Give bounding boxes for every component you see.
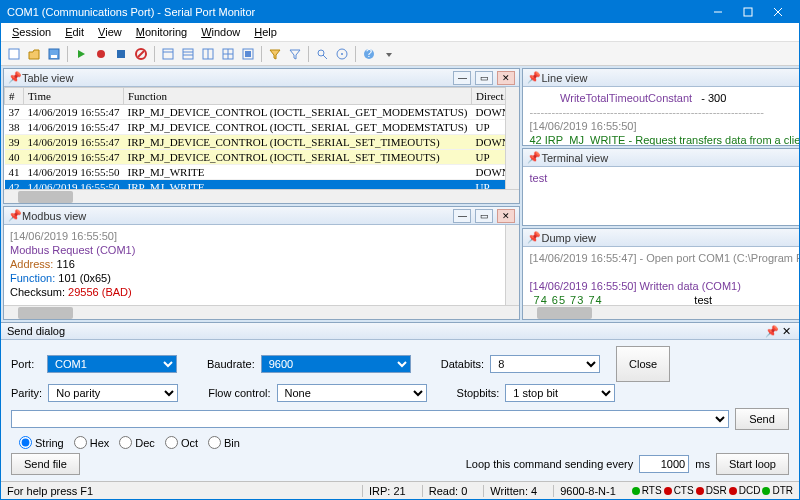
- play-icon[interactable]: [72, 45, 90, 63]
- record-icon[interactable]: [92, 45, 110, 63]
- svg-marker-7: [78, 50, 85, 58]
- menu-help[interactable]: Help: [247, 24, 284, 40]
- stop-icon[interactable]: [112, 45, 130, 63]
- pane-table-view: 📌 Table view — ▭ ✕ # Time Function Direc…: [3, 68, 520, 204]
- help-icon[interactable]: ?: [360, 45, 378, 63]
- pane-close-icon[interactable]: ✕: [497, 209, 515, 223]
- new-session-icon[interactable]: [5, 45, 23, 63]
- pane-title: Terminal view: [541, 152, 800, 164]
- svg-rect-1: [744, 8, 752, 16]
- packet-table[interactable]: # Time Function Direct… 3714/06/2019 16:…: [4, 87, 519, 189]
- save-icon[interactable]: [45, 45, 63, 63]
- svg-rect-4: [9, 49, 19, 59]
- parity-select[interactable]: No parity: [48, 384, 178, 402]
- menubar: Session Edit View Monitoring Window Help: [1, 23, 799, 42]
- svg-line-11: [138, 51, 144, 57]
- toolbar: ?: [1, 42, 799, 66]
- minimize-button[interactable]: [703, 1, 733, 23]
- loop-unit: ms: [695, 458, 710, 470]
- scrollbar-h[interactable]: [4, 189, 519, 203]
- close-button[interactable]: Close: [616, 346, 670, 382]
- view1-icon[interactable]: [159, 45, 177, 63]
- dump-content: [14/06/2019 16:55:47] - Open port COM1 (…: [523, 247, 800, 305]
- fmt-oct[interactable]: Oct: [165, 436, 198, 449]
- menu-edit[interactable]: Edit: [58, 24, 91, 40]
- start-loop-button[interactable]: Start loop: [716, 453, 789, 475]
- close-button[interactable]: [763, 1, 793, 23]
- statusbar: For help press F1 IRP: 21 Read: 0 Writte…: [1, 481, 799, 499]
- fmt-dec[interactable]: Dec: [119, 436, 155, 449]
- pin-icon[interactable]: 📌: [8, 71, 18, 84]
- scrollbar-h[interactable]: [4, 305, 519, 319]
- loop-interval-input[interactable]: [639, 455, 689, 473]
- baud-label: Baudrate:: [207, 358, 255, 370]
- port-select[interactable]: COM1: [47, 355, 177, 373]
- pin-icon[interactable]: 📌: [527, 71, 537, 84]
- pane-min-icon[interactable]: —: [453, 209, 471, 223]
- send-file-button[interactable]: Send file: [11, 453, 80, 475]
- table-row[interactable]: 4114/06/2019 16:55:50IRP_MJ_WRITEDOWN: [5, 165, 519, 180]
- table-row[interactable]: 4014/06/2019 16:55:47IRP_MJ_DEVICE_CONTR…: [5, 150, 519, 165]
- send-pin-icon[interactable]: 📌: [765, 325, 779, 338]
- open-icon[interactable]: [25, 45, 43, 63]
- scrollbar-h[interactable]: [523, 305, 800, 319]
- svg-rect-12: [163, 49, 173, 59]
- pin-icon[interactable]: 📌: [527, 231, 537, 244]
- databits-select[interactable]: 8: [490, 355, 600, 373]
- fmt-bin[interactable]: Bin: [208, 436, 240, 449]
- pin-icon[interactable]: 📌: [8, 209, 18, 222]
- goto-icon[interactable]: [333, 45, 351, 63]
- parity-label: Parity:: [11, 387, 42, 399]
- pane-title: Table view: [22, 72, 449, 84]
- port-label: Port:: [11, 358, 41, 370]
- menu-window[interactable]: Window: [194, 24, 247, 40]
- col-function[interactable]: Function: [123, 88, 471, 105]
- view4-icon[interactable]: [219, 45, 237, 63]
- pane-max-icon[interactable]: ▭: [475, 71, 493, 85]
- stopbits-select[interactable]: 1 stop bit: [505, 384, 615, 402]
- col-time[interactable]: Time: [24, 88, 124, 105]
- send-dialog: Send dialog 📌 ✕ Port: COM1 Baudrate: 960…: [1, 322, 799, 481]
- pin-icon[interactable]: 📌: [527, 151, 537, 164]
- view5-icon[interactable]: [239, 45, 257, 63]
- send-button[interactable]: Send: [735, 408, 789, 430]
- pane-terminal-view: 📌 Terminal view — ▭ ✕ test: [522, 148, 800, 226]
- maximize-button[interactable]: [733, 1, 763, 23]
- find-icon[interactable]: [313, 45, 331, 63]
- baud-select[interactable]: 9600: [261, 355, 411, 373]
- pause-icon[interactable]: [132, 45, 150, 63]
- terminal-content: test: [523, 167, 800, 189]
- dropdown-icon[interactable]: [380, 45, 398, 63]
- svg-marker-30: [386, 53, 392, 57]
- pane-title: Line view: [541, 72, 800, 84]
- view3-icon[interactable]: [199, 45, 217, 63]
- scrollbar-v[interactable]: [505, 87, 519, 189]
- pane-close-icon[interactable]: ✕: [497, 71, 515, 85]
- col-num[interactable]: #: [5, 88, 24, 105]
- format-radios: String Hex Dec Oct Bin: [11, 436, 240, 449]
- pane-modbus-view: 📌 Modbus view — ▭ ✕ [14/06/2019 16:55:50…: [3, 206, 520, 320]
- pane-min-icon[interactable]: —: [453, 71, 471, 85]
- table-row[interactable]: 3814/06/2019 16:55:47IRP_MJ_DEVICE_CONTR…: [5, 120, 519, 135]
- svg-rect-6: [51, 55, 57, 58]
- fmt-hex[interactable]: Hex: [74, 436, 110, 449]
- table-row[interactable]: 3714/06/2019 16:55:47IRP_MJ_DEVICE_CONTR…: [5, 105, 519, 120]
- filter2-icon[interactable]: [286, 45, 304, 63]
- command-input[interactable]: [11, 410, 729, 428]
- pane-line-view: 📌 Line view — ▭ ✕ WriteTotalTimeoutConst…: [522, 68, 800, 146]
- send-close-icon[interactable]: ✕: [779, 325, 793, 338]
- flow-select[interactable]: None: [277, 384, 427, 402]
- menu-monitoring[interactable]: Monitoring: [129, 24, 194, 40]
- view2-icon[interactable]: [179, 45, 197, 63]
- menu-session[interactable]: Session: [5, 24, 58, 40]
- scrollbar-v[interactable]: [505, 225, 519, 305]
- status-help: For help press F1: [7, 485, 93, 497]
- pane-title: Dump view: [541, 232, 800, 244]
- pane-title: Modbus view: [22, 210, 449, 222]
- pane-max-icon[interactable]: ▭: [475, 209, 493, 223]
- table-row[interactable]: 3914/06/2019 16:55:47IRP_MJ_DEVICE_CONTR…: [5, 135, 519, 150]
- filter-icon[interactable]: [266, 45, 284, 63]
- menu-view[interactable]: View: [91, 24, 129, 40]
- fmt-string[interactable]: String: [19, 436, 64, 449]
- table-row[interactable]: 4214/06/2019 16:55:50IRP_MJ_WRITEUP: [5, 180, 519, 190]
